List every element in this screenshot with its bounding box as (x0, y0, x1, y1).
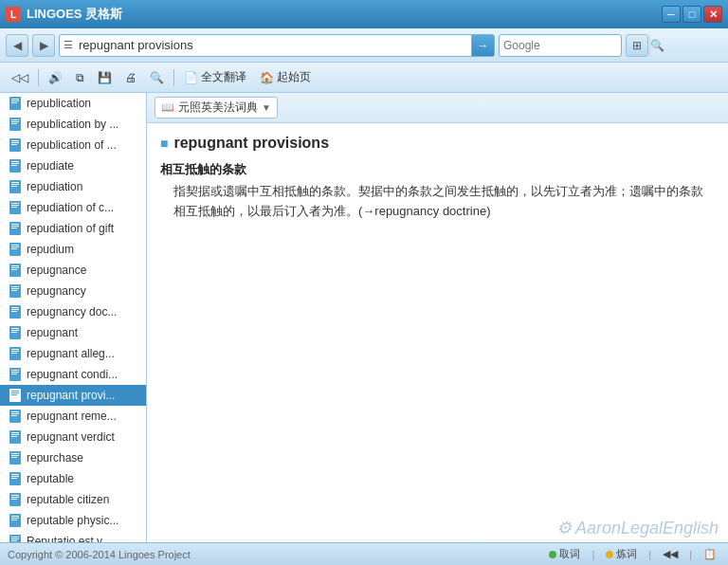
status-bar: Copyright © 2006-2014 Lingoes Project 取词… (0, 542, 728, 565)
lianci-button[interactable]: 炼词 (602, 546, 641, 562)
sidebar-item-repugnant-provi[interactable]: repugnant provi... (0, 385, 146, 406)
content-body: ■ repugnant provisions 相互抵触的条款 指契据或遗嘱中互相… (147, 123, 728, 542)
tb2-save-button[interactable]: 💾 (94, 69, 116, 86)
dict-selector-icon: 📖 (161, 101, 174, 114)
sidebar-item-repugnant-verdict[interactable]: repugnant verdict (0, 427, 146, 447)
dict-selector-label: 元照英美法词典 (178, 100, 258, 116)
sidebar-item-repudiate[interactable]: repudiate (0, 155, 146, 176)
svg-rect-27 (11, 228, 17, 228)
sub-entry-content: 指契据或遗嘱中互相抵触的条款。契据中的条款之间发生抵触的，以先订立者为准；遗嘱中… (160, 182, 715, 222)
sidebar-item-repugnancy[interactable]: repugnancy (0, 281, 146, 301)
maximize-button[interactable]: □ (682, 6, 701, 23)
main-toolbar: ◀ ▶ ☰ → 🔍 ⊞ (0, 28, 728, 63)
sidebar-item-republication-by[interactable]: republication by ... (0, 114, 146, 135)
svg-rect-14 (11, 163, 19, 164)
google-search-button[interactable]: 🔍 (649, 35, 664, 56)
sidebar-item-republication-of[interactable]: republication of ... (0, 135, 146, 155)
svg-rect-5 (11, 119, 19, 120)
tb2-print-button[interactable]: 🖨 (121, 69, 140, 86)
search-input[interactable] (77, 38, 471, 52)
svg-rect-21 (11, 203, 19, 204)
sidebar-scroll[interactable]: republication republication by ... repub… (0, 93, 146, 542)
sidebar-item-repugnance[interactable]: repugnance (0, 260, 146, 281)
tb2-search-button[interactable]: 🔍 (146, 69, 168, 86)
book-icon (8, 117, 23, 132)
translate-icon: 📄 (184, 71, 198, 84)
lianci-label: 炼词 (616, 547, 637, 561)
svg-rect-47 (11, 332, 17, 333)
dict-selector[interactable]: 📖 元照英美法词典 ▼ (155, 97, 278, 118)
book-icon (8, 367, 23, 382)
main-area: republication republication by ... repub… (0, 93, 728, 542)
svg-rect-23 (11, 207, 17, 208)
tb2-translate-button[interactable]: 📄 全文翻译 (180, 67, 250, 87)
svg-rect-42 (11, 309, 19, 310)
svg-rect-49 (11, 349, 19, 350)
book-icon (8, 429, 23, 445)
svg-rect-41 (11, 307, 19, 308)
svg-rect-63 (11, 415, 17, 416)
sidebar-item-repugnancy-doc[interactable]: repugnancy doc... (0, 301, 146, 322)
svg-rect-79 (11, 499, 17, 500)
svg-rect-54 (11, 372, 19, 373)
translate-label: 全文翻译 (201, 69, 246, 85)
tb2-sep1 (38, 69, 39, 86)
svg-rect-74 (11, 476, 19, 477)
nav-back-btn[interactable]: ◀◀ (659, 547, 682, 561)
sidebar-item-repurchase[interactable]: repurchase (0, 447, 146, 468)
svg-rect-33 (11, 265, 19, 266)
sidebar-item-reputatio-est-v[interactable]: Reputatio est v... (0, 531, 146, 542)
tb2-copy-button[interactable]: ⧉ (72, 69, 88, 86)
svg-rect-22 (11, 205, 19, 206)
tb2-nav-back[interactable]: ◁◁ (8, 69, 32, 86)
back-button[interactable]: ◀ (6, 34, 28, 57)
sidebar-item-republication[interactable]: republication (0, 93, 146, 114)
forward-button[interactable]: ▶ (32, 34, 55, 57)
tb2-speaker-button[interactable]: 🔊 (45, 69, 66, 86)
svg-rect-11 (11, 144, 17, 145)
sidebar-item-repugnant-reme[interactable]: repugnant reme... (0, 406, 146, 427)
search-box-icon: ☰ (60, 39, 77, 51)
book-icon (8, 283, 23, 299)
quci-label: 取词 (559, 547, 580, 561)
status-right: 取词 | 炼词 | ◀◀ | 📋 (545, 546, 720, 562)
svg-rect-6 (11, 121, 19, 122)
tb2-sep2 (173, 69, 174, 86)
screen-capture-button[interactable]: ⊞ (626, 34, 648, 57)
minimize-button[interactable]: ─ (662, 6, 681, 23)
svg-rect-86 (11, 538, 19, 539)
sidebar-item-repudiation[interactable]: repudiation (0, 176, 146, 197)
svg-rect-38 (11, 288, 19, 289)
sidebar-item-reputable-citizen[interactable]: reputable citizen (0, 489, 146, 510)
svg-rect-1 (11, 99, 19, 100)
close-button[interactable]: ✕ (703, 6, 722, 23)
sidebar-item-repugnant-condi[interactable]: repugnant condi... (0, 364, 146, 385)
sidebar-item-repudium[interactable]: repudium (0, 239, 146, 260)
svg-rect-67 (11, 436, 17, 437)
svg-rect-62 (11, 413, 19, 414)
svg-rect-71 (11, 457, 17, 458)
svg-rect-55 (11, 374, 17, 374)
clipboard-btn[interactable]: 📋 (700, 547, 720, 561)
sidebar-item-repudiation-of-gift[interactable]: repudiation of gift (0, 218, 146, 239)
google-search-box: 🔍 (499, 34, 622, 57)
tb2-home-button[interactable]: 🏠 起始页 (256, 67, 315, 87)
svg-rect-19 (11, 186, 17, 187)
svg-rect-45 (11, 328, 19, 329)
sidebar-item-reputable-physic[interactable]: reputable physic... (0, 510, 146, 531)
svg-rect-78 (11, 497, 19, 498)
search-go-button[interactable]: → (471, 35, 494, 56)
sidebar-item-repugnant-alleg[interactable]: repugnant alleg... (0, 343, 146, 364)
sidebar-item-repudiation-of-c[interactable]: repudiation of c... (0, 197, 146, 218)
book-icon (8, 158, 23, 173)
svg-rect-66 (11, 434, 19, 435)
sidebar-item-repugnant[interactable]: repugnant (0, 322, 146, 343)
svg-rect-30 (11, 246, 19, 247)
svg-rect-2 (11, 100, 19, 101)
quci-button[interactable]: 取词 (545, 546, 584, 562)
book-icon (8, 242, 23, 257)
book-icon (8, 304, 23, 319)
book-icon (8, 534, 23, 542)
sidebar-item-reputable[interactable]: reputable (0, 468, 146, 489)
svg-rect-34 (11, 267, 19, 268)
